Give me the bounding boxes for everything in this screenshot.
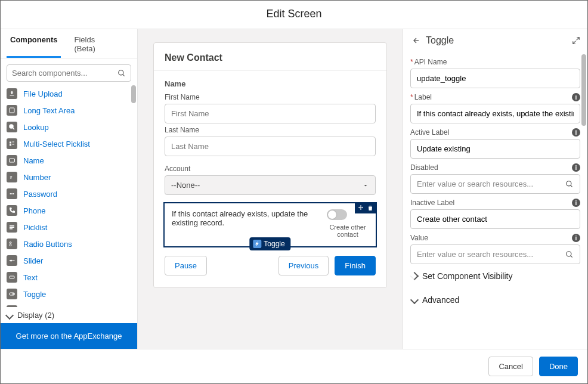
left-tabs: Components Fields (Beta) <box>1 29 137 58</box>
number-icon: # <box>7 172 17 182</box>
properties-panel: Toggle *API Name *Labeli Active Labeli D… <box>403 29 587 349</box>
info-icon[interactable]: i <box>572 128 580 137</box>
display-section[interactable]: Display (2) <box>1 307 137 323</box>
trash-icon[interactable] <box>367 205 374 212</box>
svg-point-12 <box>11 193 13 194</box>
drag-pill-toggle[interactable]: Toggle <box>249 237 290 250</box>
textarea-icon <box>7 105 17 116</box>
password-icon <box>7 188 17 199</box>
active-label-label: Active Labeli <box>410 128 580 137</box>
value-label: Valuei <box>410 234 580 242</box>
edit-screen-modal: Edit Screen Components Fields (Beta) Fil… <box>0 0 588 384</box>
svg-rect-8 <box>13 144 15 145</box>
inactive-label-input[interactable] <box>410 209 580 229</box>
comp-phone[interactable]: Phone <box>7 202 136 219</box>
component-action-badge <box>355 203 376 213</box>
toggle-switch[interactable] <box>327 209 347 220</box>
components-panel: Components Fields (Beta) File Upload Lon… <box>1 29 138 349</box>
tab-components[interactable]: Components <box>7 29 61 58</box>
svg-rect-7 <box>13 142 15 143</box>
info-icon[interactable]: i <box>572 163 580 172</box>
info-icon[interactable]: i <box>572 199 580 207</box>
finish-button[interactable]: Finish <box>335 256 376 275</box>
back-arrow-icon[interactable] <box>410 36 420 45</box>
search-components-input[interactable] <box>7 64 131 82</box>
first-name-input[interactable] <box>165 104 376 123</box>
comp-number[interactable]: #Number <box>7 169 136 185</box>
comp-file-upload[interactable]: File Upload <box>7 85 136 102</box>
label-label: *Labeli <box>410 93 580 101</box>
value-input[interactable]: Enter value or search resources... <box>410 244 580 264</box>
cancel-button[interactable]: Cancel <box>488 357 533 376</box>
tab-fields[interactable]: Fields (Beta) <box>70 29 122 58</box>
svg-rect-15 <box>10 227 14 228</box>
account-select[interactable]: --None-- <box>165 175 376 195</box>
component-list[interactable]: File Upload Long Text Area Lookup Multi-… <box>1 85 137 307</box>
comp-toggle[interactable]: Toggle <box>7 286 136 302</box>
label-input[interactable] <box>410 104 580 123</box>
svg-point-21 <box>10 260 12 262</box>
done-button[interactable]: Done <box>539 357 578 376</box>
svg-line-26 <box>571 185 572 187</box>
move-icon[interactable] <box>357 205 364 212</box>
chevron-down-icon <box>5 311 14 319</box>
phone-icon <box>7 205 17 216</box>
visibility-section[interactable]: Set Component Visibility <box>410 264 580 288</box>
previous-button[interactable]: Previous <box>278 256 329 275</box>
info-icon[interactable]: i <box>572 93 580 101</box>
canvas: New Contact Name First Name Last Name Ac… <box>138 29 403 349</box>
comp-lookup[interactable]: Lookup <box>7 119 136 135</box>
lightning-icon <box>253 240 261 248</box>
pause-button[interactable]: Pause <box>165 256 207 275</box>
comp-text[interactable]: Text <box>7 269 136 286</box>
svg-point-24 <box>13 293 14 295</box>
svg-point-18 <box>10 244 11 246</box>
comp-picklist[interactable]: Picklist <box>7 219 136 236</box>
svg-point-11 <box>10 193 11 194</box>
properties-scrollbar[interactable] <box>581 54 586 346</box>
svg-rect-14 <box>10 225 14 227</box>
svg-rect-9 <box>10 159 15 162</box>
svg-line-28 <box>571 255 572 257</box>
comp-long-text[interactable]: Long Text Area <box>7 102 136 119</box>
info-icon[interactable]: i <box>572 234 580 242</box>
svg-rect-5 <box>10 142 11 144</box>
name-group-label: Name <box>165 79 376 88</box>
api-name-input[interactable] <box>410 69 580 88</box>
comp-password[interactable]: Password <box>7 185 136 202</box>
last-name-input[interactable] <box>165 137 376 156</box>
screen-card: New Contact Name First Name Last Name Ac… <box>153 42 387 288</box>
svg-line-4 <box>13 128 15 130</box>
modal-body: Components Fields (Beta) File Upload Lon… <box>1 29 587 349</box>
svg-rect-22 <box>10 276 14 278</box>
svg-point-13 <box>13 193 14 194</box>
inactive-label-label: Inactive Labeli <box>410 199 580 207</box>
chevron-down-icon <box>410 296 419 304</box>
advanced-section[interactable]: Advanced <box>410 288 580 312</box>
component-scrollbar[interactable] <box>131 85 136 307</box>
comp-multiselect[interactable]: Multi-Select Picklist <box>7 135 136 152</box>
radio-icon <box>7 239 17 249</box>
upload-icon <box>7 88 17 99</box>
comp-url[interactable]: URL <box>7 302 136 307</box>
disabled-label: Disabledi <box>410 163 580 172</box>
active-label-input[interactable] <box>410 139 580 159</box>
properties-title: Toggle <box>426 35 454 46</box>
modal-footer: Cancel Done <box>1 349 587 383</box>
svg-point-3 <box>10 125 13 128</box>
expand-icon[interactable] <box>572 36 580 45</box>
modal-title: Edit Screen <box>1 1 587 29</box>
api-name-label: *API Name <box>410 58 580 66</box>
text-icon <box>7 272 17 283</box>
disabled-input[interactable]: Enter value or search resources... <box>410 174 580 194</box>
comp-radio[interactable]: Radio Buttons <box>7 236 136 252</box>
appexchange-button[interactable]: Get more on the AppExchange <box>1 323 137 349</box>
svg-line-1 <box>123 74 125 76</box>
toggle-label-text: If this contact already exists, update t… <box>172 209 327 227</box>
svg-point-25 <box>567 181 571 185</box>
comp-slider[interactable]: Slider <box>7 252 136 269</box>
search-icon <box>565 250 574 259</box>
comp-name[interactable]: Name <box>7 152 136 169</box>
account-label: Account <box>165 165 376 173</box>
svg-rect-16 <box>10 228 13 230</box>
